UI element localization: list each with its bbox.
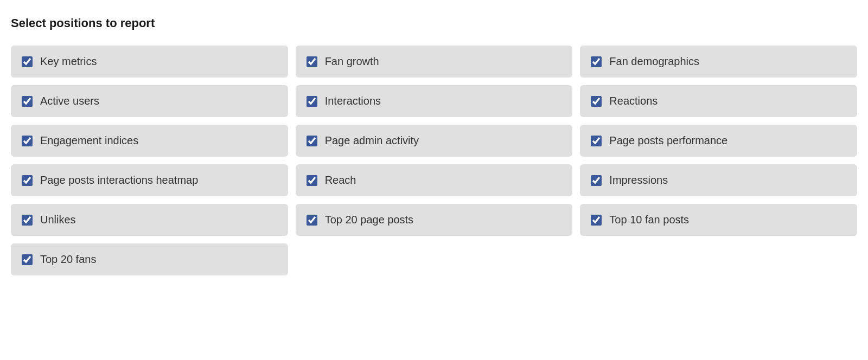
checkbox-wrapper-top-10-fan-posts: [591, 215, 602, 226]
label-reactions: Reactions: [609, 95, 658, 107]
label-engagement-indices: Engagement indices: [40, 134, 138, 147]
label-page-admin-activity: Page admin activity: [325, 134, 419, 147]
checkbox-unlikes[interactable]: [22, 215, 33, 226]
label-reach: Reach: [325, 174, 356, 187]
checkbox-wrapper-reactions: [591, 96, 602, 107]
checkbox-item-fan-demographics[interactable]: Fan demographics: [580, 46, 857, 78]
checkbox-item-key-metrics[interactable]: Key metrics: [11, 46, 288, 78]
checkbox-top-20-fans[interactable]: [22, 254, 33, 265]
label-page-posts-performance: Page posts performance: [609, 134, 727, 147]
checkbox-item-page-admin-activity[interactable]: Page admin activity: [296, 125, 573, 157]
checkbox-wrapper-key-metrics: [22, 56, 33, 67]
checkbox-wrapper-fan-demographics: [591, 56, 602, 67]
checkbox-item-interactions[interactable]: Interactions: [296, 85, 573, 117]
checkbox-item-top-10-fan-posts[interactable]: Top 10 fan posts: [580, 204, 857, 236]
checkbox-reach[interactable]: [307, 175, 317, 186]
checkbox-page-posts-performance[interactable]: [591, 136, 602, 146]
label-interactions: Interactions: [325, 95, 381, 107]
checkbox-page-posts-interactions-heatmap[interactable]: [22, 175, 33, 186]
label-active-users: Active users: [40, 95, 99, 107]
checkbox-item-unlikes[interactable]: Unlikes: [11, 204, 288, 236]
checkbox-wrapper-fan-growth: [307, 56, 317, 67]
label-fan-demographics: Fan demographics: [609, 55, 699, 68]
checkbox-item-reactions[interactable]: Reactions: [580, 85, 857, 117]
checkbox-wrapper-unlikes: [22, 215, 33, 226]
checkbox-item-page-posts-interactions-heatmap[interactable]: Page posts interactions heatmap: [11, 164, 288, 196]
positions-grid: Key metricsFan growthFan demographicsAct…: [11, 46, 857, 275]
checkbox-item-top-20-page-posts[interactable]: Top 20 page posts: [296, 204, 573, 236]
label-key-metrics: Key metrics: [40, 55, 97, 68]
checkbox-wrapper-top-20-fans: [22, 254, 33, 265]
label-page-posts-interactions-heatmap: Page posts interactions heatmap: [40, 174, 198, 187]
checkbox-key-metrics[interactable]: [22, 56, 33, 67]
checkbox-fan-growth[interactable]: [307, 56, 317, 67]
checkbox-interactions[interactable]: [307, 96, 317, 107]
checkbox-wrapper-page-posts-interactions-heatmap: [22, 175, 33, 186]
checkbox-engagement-indices[interactable]: [22, 136, 33, 146]
checkbox-item-fan-growth[interactable]: Fan growth: [296, 46, 573, 78]
checkbox-wrapper-active-users: [22, 96, 33, 107]
page-title: Select positions to report: [11, 16, 857, 30]
label-unlikes: Unlikes: [40, 214, 76, 226]
checkbox-wrapper-reach: [307, 175, 317, 186]
label-top-20-fans: Top 20 fans: [40, 253, 96, 266]
checkbox-wrapper-engagement-indices: [22, 136, 33, 146]
checkbox-wrapper-top-20-page-posts: [307, 215, 317, 226]
checkbox-wrapper-page-posts-performance: [591, 136, 602, 146]
checkbox-item-engagement-indices[interactable]: Engagement indices: [11, 125, 288, 157]
checkbox-wrapper-impressions: [591, 175, 602, 186]
checkbox-fan-demographics[interactable]: [591, 56, 602, 67]
checkbox-item-impressions[interactable]: Impressions: [580, 164, 857, 196]
empty-placeholder: [296, 243, 573, 275]
label-impressions: Impressions: [609, 174, 668, 187]
label-top-10-fan-posts: Top 10 fan posts: [609, 214, 689, 226]
checkbox-impressions[interactable]: [591, 175, 602, 186]
checkbox-wrapper-interactions: [307, 96, 317, 107]
checkbox-top-20-page-posts[interactable]: [307, 215, 317, 226]
checkbox-top-10-fan-posts[interactable]: [591, 215, 602, 226]
checkbox-item-reach[interactable]: Reach: [296, 164, 573, 196]
checkbox-page-admin-activity[interactable]: [307, 136, 317, 146]
checkbox-item-active-users[interactable]: Active users: [11, 85, 288, 117]
checkbox-item-top-20-fans[interactable]: Top 20 fans: [11, 243, 288, 275]
checkbox-item-page-posts-performance[interactable]: Page posts performance: [580, 125, 857, 157]
label-fan-growth: Fan growth: [325, 55, 379, 68]
label-top-20-page-posts: Top 20 page posts: [325, 214, 413, 226]
empty-placeholder: [580, 243, 857, 275]
checkbox-wrapper-page-admin-activity: [307, 136, 317, 146]
checkbox-active-users[interactable]: [22, 96, 33, 107]
checkbox-reactions[interactable]: [591, 96, 602, 107]
